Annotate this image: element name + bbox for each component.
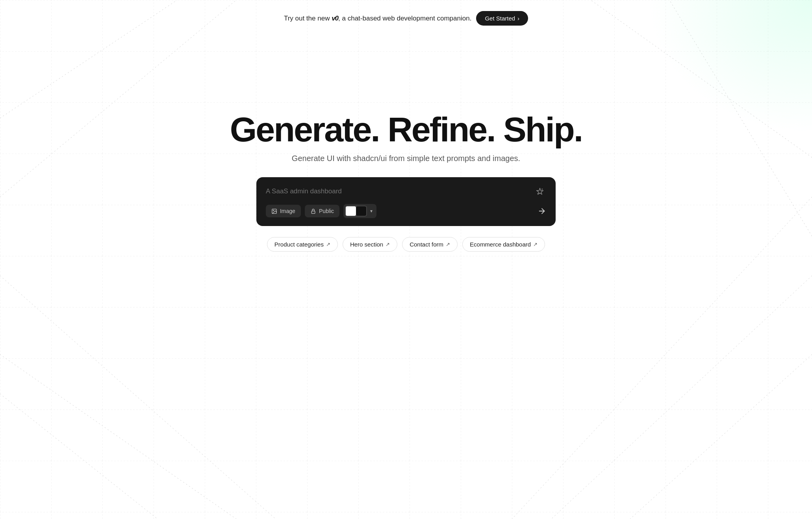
suggestion-chip-1[interactable]: Hero section↗ (343, 237, 397, 252)
input-row (266, 185, 546, 198)
light-mode-indicator (346, 206, 356, 216)
controls-left: Image Public ▾ (266, 204, 376, 218)
top-banner: Try out the new v0, a chat-based web dev… (284, 0, 528, 26)
chip-arrow-icon: ↗ (386, 241, 390, 247)
public-button[interactable]: Public (305, 205, 339, 217)
hero-subtitle: Generate UI with shadcn/ui from simple t… (292, 154, 520, 163)
suggestion-chip-2[interactable]: Contact form↗ (402, 237, 458, 252)
suggestion-chips: Product categories↗Hero section↗Contact … (267, 237, 545, 252)
banner-text: Try out the new v0, a chat-based web dev… (284, 15, 472, 22)
toggle-chevron-icon: ▾ (370, 208, 373, 214)
chip-arrow-icon: ↗ (533, 241, 538, 247)
hero-title: Generate. Refine. Ship. (230, 112, 582, 147)
svg-rect-15 (311, 211, 315, 213)
arrow-icon: › (517, 15, 519, 22)
chip-label: Contact form (410, 241, 443, 248)
prompt-input-box: Image Public ▾ (256, 177, 556, 226)
chip-label: Product categories (274, 241, 324, 248)
chip-arrow-icon: ↗ (446, 241, 450, 247)
chip-label: Hero section (350, 241, 383, 248)
dark-mode-indicator (356, 206, 366, 216)
controls-row: Image Public ▾ (266, 204, 546, 218)
suggestion-chip-3[interactable]: Ecommerce dashboard↗ (462, 237, 545, 252)
toggle-track (345, 206, 367, 217)
sparkle-button[interactable] (534, 185, 546, 198)
hero-content: Generate. Refine. Ship. Generate UI with… (230, 112, 582, 252)
submit-button[interactable] (538, 207, 546, 215)
page-wrapper: Try out the new v0, a chat-based web dev… (0, 0, 812, 519)
suggestion-chip-0[interactable]: Product categories↗ (267, 237, 338, 252)
chip-arrow-icon: ↗ (326, 241, 330, 247)
v0-logo: v0 (332, 15, 338, 22)
prompt-input[interactable] (266, 187, 534, 195)
theme-toggle-button[interactable]: ▾ (343, 204, 376, 218)
svg-point-14 (273, 210, 274, 211)
image-button-label: Image (280, 208, 295, 214)
get-started-button[interactable]: Get Started › (476, 11, 528, 26)
image-button[interactable]: Image (266, 205, 301, 217)
chip-label: Ecommerce dashboard (470, 241, 531, 248)
public-button-label: Public (319, 208, 334, 214)
svg-point-12 (537, 193, 538, 194)
svg-point-11 (542, 189, 543, 190)
